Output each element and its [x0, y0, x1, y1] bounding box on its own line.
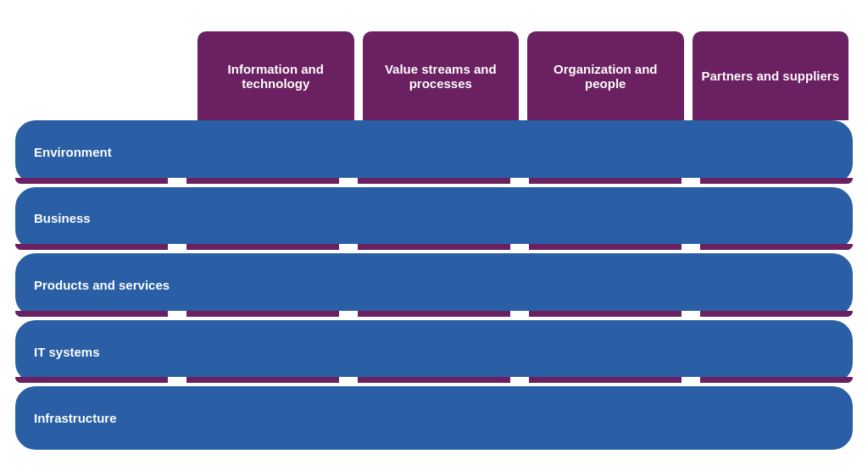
row-dividers-business	[193, 187, 853, 251]
row-dividers-products	[193, 253, 853, 317]
row-business: Business	[15, 187, 853, 251]
column-header-org-people: Organization and people	[527, 31, 684, 120]
row-label-infrastructure: Infrastructure	[15, 386, 193, 450]
rows-area: Environment Busin	[15, 120, 853, 450]
column-header-partners: Partners and suppliers	[693, 31, 849, 120]
row-label-it-systems: IT systems	[15, 320, 193, 384]
row-label-environment: Environment	[15, 120, 193, 184]
row-label-business: Business	[15, 187, 193, 251]
row-dividers-it-systems	[193, 320, 853, 384]
row-environment: Environment	[15, 120, 853, 184]
main-container: Information and technology Value streams…	[0, 0, 868, 465]
row-dividers-environment	[193, 120, 853, 184]
row-dividers-infrastructure	[193, 386, 853, 450]
row-products: Products and services	[15, 253, 853, 317]
column-header-info-tech: Information and technology	[198, 31, 354, 120]
header-row: Information and technology Value streams…	[15, 10, 853, 120]
row-it-systems: IT systems	[15, 320, 853, 384]
row-label-products: Products and services	[15, 253, 193, 317]
column-header-value-streams: Value streams and processes	[363, 31, 520, 120]
row-infrastructure: Infrastructure	[15, 386, 853, 450]
